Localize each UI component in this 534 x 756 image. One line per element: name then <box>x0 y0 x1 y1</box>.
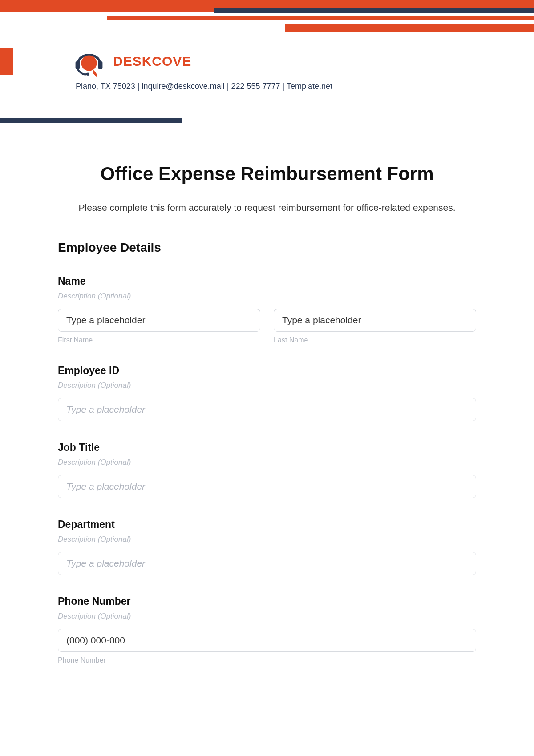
label-employee-id: Employee ID <box>58 365 476 377</box>
field-department: Department Description (Optional) <box>58 519 476 575</box>
page-subtitle: Please complete this form accurately to … <box>58 200 476 216</box>
decor-navy-underline <box>0 118 182 123</box>
desc-employee-id: Description (Optional) <box>58 381 476 390</box>
label-name: Name <box>58 275 476 287</box>
last-name-input[interactable] <box>274 309 476 332</box>
brand-name: DESKCOVE <box>113 54 191 69</box>
brand-row: DESKCOVE <box>71 44 534 79</box>
page-title: Office Expense Reimbursement Form <box>58 163 476 185</box>
job-title-input[interactable] <box>58 475 476 498</box>
headset-logo-icon <box>71 44 107 79</box>
decor-bar-navy <box>214 8 534 13</box>
field-job-title: Job Title Description (Optional) <box>58 442 476 498</box>
field-employee-id: Employee ID Description (Optional) <box>58 365 476 421</box>
page-content: Office Expense Reimbursement Form Please… <box>58 123 476 664</box>
desc-department: Description (Optional) <box>58 535 476 544</box>
label-phone: Phone Number <box>58 595 476 607</box>
field-name: Name Description (Optional) First Name L… <box>58 275 476 344</box>
brand-contact-line: Plano, TX 75023 | inquire@deskcove.mail … <box>76 82 534 91</box>
svg-rect-0 <box>76 61 80 69</box>
decor-bar-orange-line <box>107 16 534 20</box>
phone-input[interactable] <box>58 629 476 652</box>
decor-left-orange <box>0 48 13 75</box>
svg-point-3 <box>86 73 89 76</box>
sublabel-first-name: First Name <box>58 336 260 344</box>
label-job-title: Job Title <box>58 442 476 454</box>
employee-id-input[interactable] <box>58 398 476 421</box>
label-department: Department <box>58 519 476 531</box>
desc-phone: Description (Optional) <box>58 612 476 621</box>
sublabel-last-name: Last Name <box>274 336 476 344</box>
section-employee-details: Employee Details <box>58 241 476 255</box>
desc-name: Description (Optional) <box>58 292 476 301</box>
desc-job-title: Description (Optional) <box>58 458 476 467</box>
sublabel-phone: Phone Number <box>58 656 476 664</box>
department-input[interactable] <box>58 552 476 575</box>
svg-rect-1 <box>98 61 103 69</box>
header: DESKCOVE Plano, TX 75023 | inquire@deskc… <box>0 0 534 123</box>
field-phone: Phone Number Description (Optional) Phon… <box>58 595 476 664</box>
svg-point-2 <box>81 55 97 71</box>
decor-bar-orange-block <box>285 24 534 32</box>
first-name-input[interactable] <box>58 309 260 332</box>
